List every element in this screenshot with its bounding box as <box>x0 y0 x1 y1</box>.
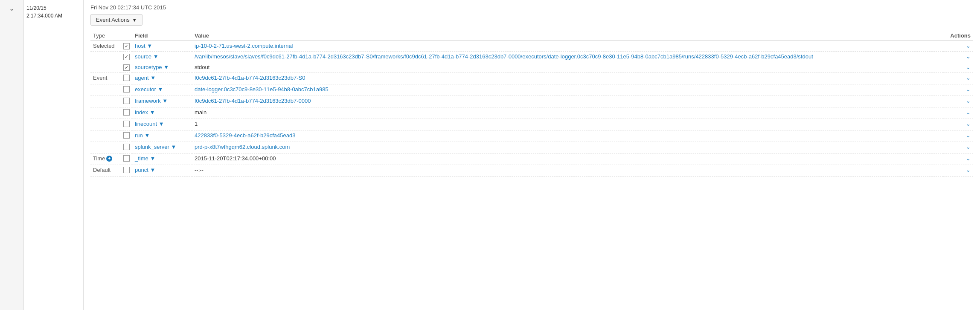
field-link[interactable]: punct ▼ <box>135 167 155 173</box>
row-expand-icon[interactable]: ⌄ <box>966 98 971 104</box>
time-label: Time + <box>93 155 112 162</box>
row-expand-icon[interactable]: ⌄ <box>966 109 971 116</box>
field-checkbox[interactable]: ✓ <box>123 54 130 60</box>
field-checkbox[interactable] <box>123 144 130 150</box>
sidebar: ⌄ <box>0 0 24 310</box>
row-expand-icon[interactable]: ⌄ <box>966 155 971 162</box>
row-field: source ▼ <box>132 52 192 62</box>
table-row: Eventagent ▼f0c9dc61-27fb-4d1a-b774-2d31… <box>90 73 973 84</box>
field-checkbox[interactable] <box>123 98 130 104</box>
row-actions: ⌄ <box>943 84 973 96</box>
row-type: Default <box>90 165 120 177</box>
event-header: Fri Nov 20 02:17:34 UTC 2015 <box>90 4 973 11</box>
row-expand-icon[interactable]: ⌄ <box>966 43 971 49</box>
row-value: main <box>192 107 943 119</box>
field-link[interactable]: _time ▼ <box>135 155 155 162</box>
row-checkbox-cell <box>120 130 132 142</box>
field-checkbox[interactable] <box>123 121 130 127</box>
row-type: Selected <box>90 41 120 52</box>
row-checkbox-cell <box>120 96 132 107</box>
row-field: _time ▼ <box>132 154 192 165</box>
row-checkbox-cell <box>120 107 132 119</box>
row-expand-icon[interactable]: ⌄ <box>966 144 971 150</box>
row-checkbox-cell <box>120 142 132 154</box>
field-link[interactable]: sourcetype ▼ <box>135 64 169 70</box>
field-checkbox[interactable] <box>123 86 130 93</box>
value-link[interactable]: 422833f0-5329-4ecb-a62f-b29cfa45ead3 <box>195 132 295 139</box>
main-content: Fri Nov 20 02:17:34 UTC 2015 Event Actio… <box>84 0 980 310</box>
row-type <box>90 130 120 142</box>
field-checkbox[interactable] <box>123 155 130 162</box>
value-link[interactable]: f0c9dc61-27fb-4d1a-b774-2d3163c23db7-S0 <box>195 75 305 81</box>
col-header-type: Type <box>90 31 120 41</box>
field-dropdown-icon: ▼ <box>147 43 152 49</box>
field-link[interactable]: source ▼ <box>135 53 159 60</box>
row-value: --:-- <box>192 165 943 177</box>
row-field: linecount ▼ <box>132 119 192 130</box>
row-type <box>90 142 120 154</box>
field-dropdown-icon: ▼ <box>150 109 155 116</box>
field-link[interactable]: framework ▼ <box>135 98 168 104</box>
collapse-icon[interactable]: ⌄ <box>9 4 15 12</box>
value-link[interactable]: prd-p-x8t7wfhgqm62.cloud.splunk.com <box>195 144 290 150</box>
field-checkbox[interactable] <box>123 75 130 81</box>
value-link[interactable]: /var/lib/mesos/slave/slaves/f0c9dc61-27f… <box>195 53 813 60</box>
col-header-value: Value <box>192 31 943 41</box>
event-date: 11/20/15 <box>26 4 81 12</box>
row-checkbox-cell: ✓ <box>120 41 132 52</box>
field-checkbox[interactable]: ✓ <box>123 64 130 71</box>
row-value: f0c9dc61-27fb-4d1a-b774-2d3163c23db7-S0 <box>192 73 943 84</box>
row-expand-icon[interactable]: ⌄ <box>966 121 971 127</box>
row-field: sourcetype ▼ <box>132 62 192 73</box>
row-actions: ⌄ <box>943 119 973 130</box>
row-expand-icon[interactable]: ⌄ <box>966 53 971 60</box>
field-link[interactable]: index ▼ <box>135 109 155 116</box>
row-actions: ⌄ <box>943 52 973 62</box>
field-link[interactable]: linecount ▼ <box>135 121 164 127</box>
value-link[interactable]: ip-10-0-2-71.us-west-2.compute.internal <box>195 43 293 49</box>
row-expand-icon[interactable]: ⌄ <box>966 64 971 70</box>
field-checkbox[interactable] <box>123 109 130 116</box>
table-row: ✓source ▼/var/lib/mesos/slave/slaves/f0c… <box>90 52 973 62</box>
row-type: Time + <box>90 154 120 165</box>
row-actions: ⌄ <box>943 73 973 84</box>
field-link[interactable]: run ▼ <box>135 132 150 139</box>
field-link[interactable]: agent ▼ <box>135 75 156 81</box>
row-actions: ⌄ <box>943 142 973 154</box>
col-header-field: Field <box>132 31 192 41</box>
row-field: framework ▼ <box>132 96 192 107</box>
timestamp-column: 11/20/15 2:17:34.000 AM <box>24 0 84 310</box>
field-dropdown-icon: ▼ <box>153 53 159 60</box>
field-link[interactable]: executor ▼ <box>135 86 163 93</box>
row-actions: ⌄ <box>943 130 973 142</box>
row-type <box>90 107 120 119</box>
col-header-actions: Actions <box>943 31 973 41</box>
row-expand-icon[interactable]: ⌄ <box>966 132 971 139</box>
event-fields-table: Type Field Value Actions Selected✓host ▼… <box>90 31 973 177</box>
row-value: 1 <box>192 119 943 130</box>
value-link[interactable]: f0c9dc61-27fb-4d1a-b774-2d3163c23db7-000… <box>195 98 311 104</box>
value-link[interactable]: date-logger.0c3c70c9-8e30-11e5-94b8-0abc… <box>195 86 329 93</box>
add-time-icon[interactable]: + <box>106 156 112 162</box>
table-row: linecount ▼1⌄ <box>90 119 973 130</box>
table-row: ✓sourcetype ▼stdout⌄ <box>90 62 973 73</box>
table-row: Time +_time ▼2015-11-20T02:17:34.000+00:… <box>90 154 973 165</box>
row-expand-icon[interactable]: ⌄ <box>966 86 971 93</box>
field-dropdown-icon: ▼ <box>162 98 168 104</box>
field-dropdown-icon: ▼ <box>171 144 177 150</box>
field-checkbox[interactable]: ✓ <box>123 43 130 49</box>
row-field: punct ▼ <box>132 165 192 177</box>
field-link[interactable]: splunk_server ▼ <box>135 144 176 150</box>
field-checkbox[interactable] <box>123 132 130 139</box>
field-dropdown-icon: ▼ <box>144 132 150 139</box>
table-row: executor ▼date-logger.0c3c70c9-8e30-11e5… <box>90 84 973 96</box>
event-actions-label: Event Actions <box>96 17 130 23</box>
row-field: executor ▼ <box>132 84 192 96</box>
row-field: splunk_server ▼ <box>132 142 192 154</box>
field-dropdown-icon: ▼ <box>150 167 155 173</box>
row-expand-icon[interactable]: ⌄ <box>966 75 971 81</box>
field-link[interactable]: host ▼ <box>135 43 152 49</box>
event-actions-button[interactable]: Event Actions ▼ <box>90 14 142 26</box>
row-expand-icon[interactable]: ⌄ <box>966 167 971 173</box>
field-checkbox[interactable] <box>123 167 130 173</box>
